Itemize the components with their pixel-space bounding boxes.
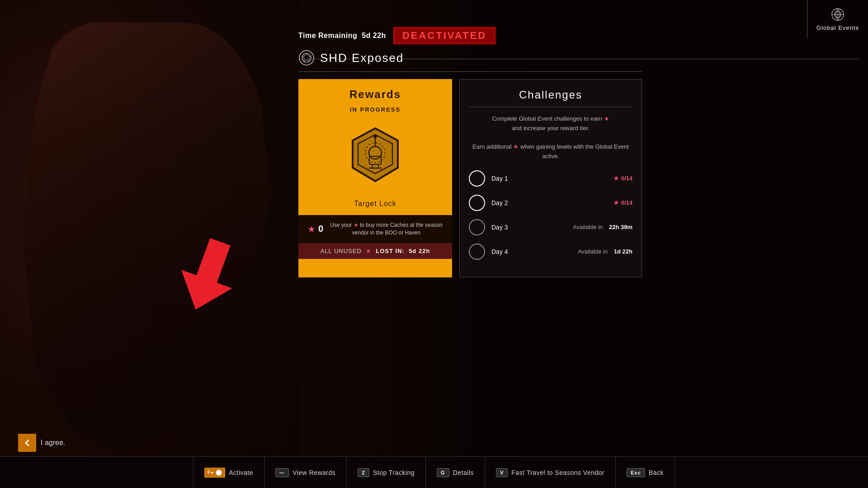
star-description: Use your ★ to buy more Caches at the sea… bbox=[330, 221, 443, 237]
content-row: Rewards IN PROGRESS bbox=[298, 79, 642, 277]
fast-travel-key: V bbox=[496, 468, 508, 477]
star-count-display: ★ 0 bbox=[307, 224, 323, 235]
stop-tracking-key: Z bbox=[358, 468, 369, 477]
svg-point-12 bbox=[373, 135, 377, 138]
challenges-panel: Challenges Complete Global Event challen… bbox=[459, 79, 642, 277]
day-2-status: ★ 0/14 bbox=[613, 199, 632, 206]
day-row-1: Day 1 ★ 0/14 bbox=[469, 170, 632, 187]
bottom-left-panel: I agree. bbox=[18, 434, 65, 452]
shd-icon bbox=[298, 50, 315, 66]
back-key: Esc bbox=[627, 468, 645, 477]
shield-reward-icon bbox=[344, 125, 407, 188]
star-icon: ★ bbox=[307, 224, 316, 235]
day-1-circle bbox=[469, 170, 485, 187]
day-1-label: Day 1 bbox=[491, 175, 607, 182]
star-currency-bar: ★ 0 Use your ★ to buy more Caches at the… bbox=[298, 215, 452, 243]
activate-control[interactable]: F● Activate bbox=[193, 457, 264, 488]
day-row-3: Day 3 Available in 22h 39m bbox=[469, 219, 632, 235]
rewards-panel: Rewards IN PROGRESS bbox=[298, 79, 452, 277]
time-remaining: Time Remaining 5d 22h bbox=[298, 32, 386, 40]
day-3-label: Day 3 bbox=[491, 224, 566, 231]
day-row-2: Day 2 ★ 0/14 bbox=[469, 195, 632, 211]
activate-label: Activate bbox=[229, 469, 253, 476]
time-remaining-value: 5d 22h bbox=[362, 32, 386, 39]
agree-text: I agree. bbox=[41, 439, 65, 447]
shd-title: SHD Exposed bbox=[320, 51, 404, 65]
fast-travel-label: Fast Travel to Seasons Vendor bbox=[511, 469, 604, 476]
stop-tracking-label: Stop Tracking bbox=[373, 469, 415, 476]
global-events-icon bbox=[830, 7, 845, 22]
back-chevron-button[interactable] bbox=[18, 434, 36, 452]
details-key: G bbox=[437, 468, 449, 477]
shd-title-row: SHD Exposed bbox=[298, 50, 642, 72]
lost-in-bar: ALL UNUSED ★ LOST IN: 5d 22h bbox=[298, 243, 452, 259]
main-panel: Time Remaining 5d 22h DEACTIVATED SHD Ex… bbox=[298, 27, 642, 277]
time-remaining-label: Time Remaining bbox=[298, 32, 357, 39]
lost-prefix: ALL UNUSED ★ LOST IN: 5d 22h bbox=[321, 248, 430, 254]
day-4-label: Day 4 bbox=[491, 248, 571, 255]
global-events-corner[interactable]: Global Events bbox=[807, 0, 868, 38]
stop-tracking-control[interactable]: Z Stop Tracking bbox=[347, 457, 426, 488]
global-events-label: Global Events bbox=[816, 24, 859, 31]
day-2-circle bbox=[469, 195, 485, 211]
day-2-label: Day 2 bbox=[491, 199, 607, 206]
view-rewards-control[interactable]: — View Rewards bbox=[264, 457, 347, 488]
reward-name: Target Lock bbox=[354, 200, 396, 208]
rewards-title: Rewards bbox=[349, 88, 401, 101]
bottom-controls-bar: F● Activate — View Rewards Z Stop Tracki… bbox=[0, 456, 868, 488]
back-control[interactable]: Esc Back bbox=[616, 457, 675, 488]
day-4-circle bbox=[469, 244, 485, 260]
toggle-circle bbox=[216, 469, 222, 476]
challenges-title: Challenges bbox=[469, 89, 632, 107]
deactivated-badge: DEACTIVATED bbox=[393, 27, 495, 44]
fast-travel-control[interactable]: V Fast Travel to Seasons Vendor bbox=[485, 457, 616, 488]
day-4-status: Available in 1d 22h bbox=[578, 248, 632, 255]
view-rewards-label: View Rewards bbox=[292, 469, 335, 476]
star-count: 0 bbox=[318, 224, 323, 234]
chevron-left-icon bbox=[23, 438, 32, 447]
in-progress-label: IN PROGRESS bbox=[350, 106, 401, 113]
day-row-4: Day 4 Available in 1d 22h bbox=[469, 244, 632, 260]
svg-point-5 bbox=[299, 51, 314, 65]
view-rewards-key: — bbox=[275, 468, 289, 477]
details-label: Details bbox=[453, 469, 474, 476]
day-1-status: ★ 0/14 bbox=[613, 175, 632, 182]
challenges-description: Complete Global Event challenges to earn… bbox=[469, 114, 632, 161]
header-bar: Time Remaining 5d 22h DEACTIVATED bbox=[298, 27, 642, 44]
activate-key: F● bbox=[204, 468, 225, 478]
back-label: Back bbox=[649, 469, 664, 476]
reward-icon-container bbox=[339, 120, 411, 192]
day-3-status: Available in 22h 39m bbox=[573, 224, 632, 230]
day-3-circle bbox=[469, 219, 485, 235]
details-control[interactable]: G Details bbox=[426, 457, 485, 488]
star-desc-text: Use your ★ to buy more Caches at the sea… bbox=[330, 222, 442, 236]
